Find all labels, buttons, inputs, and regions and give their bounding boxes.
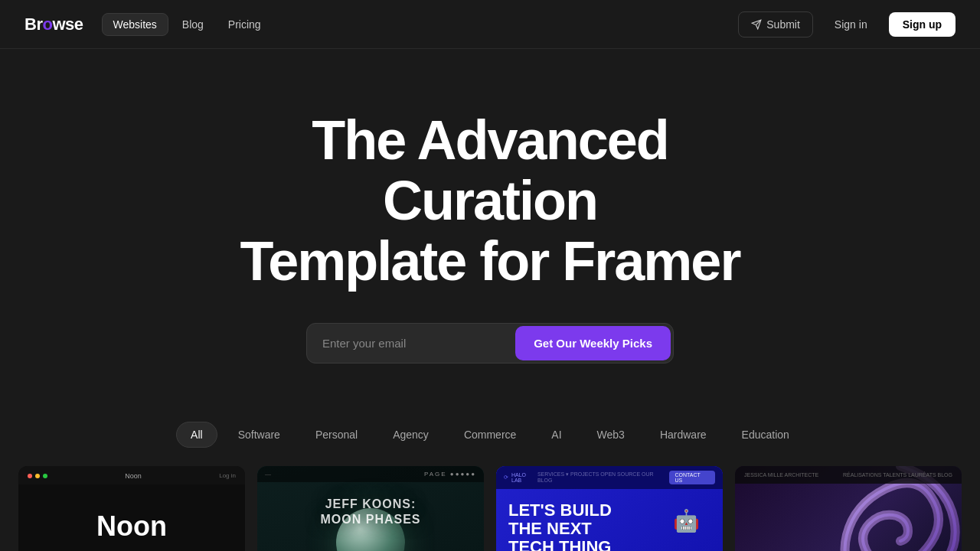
halo-nav: SERVICES ▾ PROJECTS OPEN SOURCE OUR BLOG — [537, 471, 669, 483]
card-noon-inner: Noon Log in Noon The most powerful AI ev… — [18, 466, 245, 551]
submit-button[interactable]: Submit — [738, 11, 813, 37]
header-left: Browse Websites Blog Pricing — [24, 13, 272, 36]
submit-icon — [751, 19, 762, 30]
filter-personal[interactable]: Personal — [301, 422, 372, 448]
noon-login: Log in — [219, 472, 236, 479]
submit-label: Submit — [766, 18, 800, 31]
email-form: Get Our Weekly Picks — [306, 323, 674, 364]
filter-all[interactable]: All — [176, 422, 217, 448]
jessica-nav-top: RÉALISATIONS TALENTS LAURÉATS BLOG — [843, 472, 952, 478]
card-halo[interactable]: ⟳ HALO LAB SERVICES ▾ PROJECTS OPEN SOUR… — [496, 466, 723, 551]
logo-text: Browse — [24, 15, 83, 34]
koons-text-overlay: JEFF KOONS:MOON PHASES — [257, 497, 484, 529]
noon-title: Noon — [96, 510, 167, 543]
filter-commerce[interactable]: Commerce — [449, 422, 531, 448]
jessica-header-bar: JESSICA MILLE ARCHITECTE RÉALISATIONS TA… — [735, 466, 962, 484]
signin-button[interactable]: Sign in — [822, 12, 880, 37]
filter-software[interactable]: Software — [224, 422, 295, 448]
header-right: Submit Sign in Sign up — [738, 11, 956, 37]
noon-dot-red — [28, 474, 32, 478]
koons-bar-dots: PAGE ●●●●● — [424, 471, 476, 478]
nav-item-websites[interactable]: Websites — [102, 13, 168, 36]
filter-education[interactable]: Education — [727, 422, 804, 448]
signup-button[interactable]: Sign up — [889, 12, 956, 37]
card-noon[interactable]: Noon Log in Noon The most powerful AI ev… — [18, 466, 245, 551]
filter-ai[interactable]: AI — [537, 422, 576, 448]
koons-bar-left: — — [265, 471, 271, 478]
card-koons[interactable]: JEFF KOONS:MOON PHASES — PAGE ●●●●● — [257, 466, 484, 551]
cards-grid: Noon Log in Noon The most powerful AI ev… — [0, 466, 980, 551]
card-jessica-inner: JESSICA MILLE ARCHITECTE RÉALISATIONS TA… — [735, 466, 962, 551]
noon-dot-green — [43, 474, 47, 478]
noon-browser-bar: Noon Log in — [18, 466, 245, 484]
filter-web3[interactable]: Web3 — [583, 422, 639, 448]
halo-browser-bar: ⟳ HALO LAB SERVICES ▾ PROJECTS OPEN SOUR… — [496, 466, 723, 489]
card-jessica[interactable]: JESSICA MILLE ARCHITECTE RÉALISATIONS TA… — [735, 466, 962, 551]
noon-logo-small: Noon — [125, 472, 142, 480]
nav-item-pricing[interactable]: Pricing — [217, 14, 272, 35]
koons-title: JEFF KOONS:MOON PHASES — [257, 497, 484, 529]
filter-bar: All Software Personal Agency Commerce AI… — [0, 409, 980, 466]
card-koons-inner: JEFF KOONS:MOON PHASES — PAGE ●●●●● — [257, 466, 484, 551]
hero-title: The Advanced Curation Template for Frame… — [222, 110, 758, 292]
nav-item-blog[interactable]: Blog — [172, 14, 214, 35]
email-input[interactable] — [307, 326, 513, 360]
koons-browser-bar: — PAGE ●●●●● — [257, 466, 484, 482]
halo-emoji: 🤖 — [673, 508, 700, 533]
main-nav: Websites Blog Pricing — [102, 13, 272, 36]
noon-dots — [28, 474, 47, 478]
halo-contact: CONTACT US — [669, 471, 715, 484]
filter-agency[interactable]: Agency — [378, 422, 443, 448]
halo-logo: ⟳ HALO LAB — [504, 472, 537, 483]
jessica-name-top: JESSICA MILLE ARCHITECTE — [744, 472, 818, 478]
card-halo-inner: ⟳ HALO LAB SERVICES ▾ PROJECTS OPEN SOUR… — [496, 466, 723, 551]
hero-title-line1: The Advanced Curation — [312, 109, 668, 231]
header: Browse Websites Blog Pricing Submit Sign… — [0, 0, 980, 49]
hero-section: The Advanced Curation Template for Frame… — [0, 49, 980, 409]
filter-hardware[interactable]: Hardware — [645, 422, 721, 448]
logo[interactable]: Browse — [24, 15, 83, 34]
noon-dot-yellow — [35, 474, 40, 478]
cta-button[interactable]: Get Our Weekly Picks — [515, 326, 671, 360]
hero-title-line2: Template for Framer — [240, 230, 740, 292]
